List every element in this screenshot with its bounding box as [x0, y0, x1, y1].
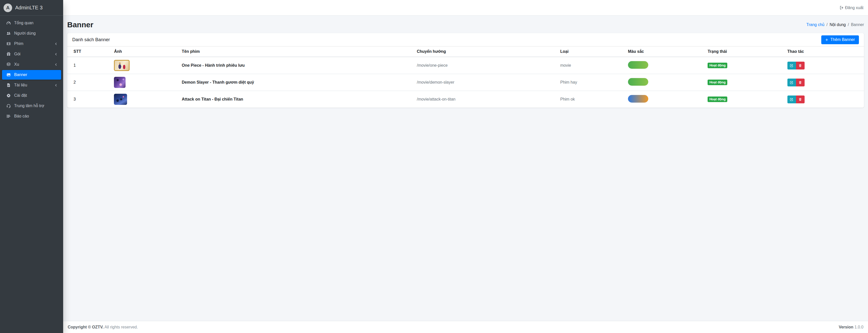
report-icon — [5, 114, 12, 119]
color-pill — [628, 61, 648, 69]
sidebar-item-label: Tổng quan — [14, 21, 58, 25]
sidebar-item-tong-quan[interactable]: Tổng quan — [2, 18, 61, 28]
sidebar-item-nguoi-dung[interactable]: Người dùng — [2, 29, 61, 38]
chevron-left-icon — [54, 63, 58, 66]
sidebar-item-label: Báo cáo — [14, 114, 58, 119]
column-header: Thao tác — [784, 47, 864, 57]
add-banner-label: Thêm Banner — [830, 37, 855, 42]
edit-icon — [790, 64, 794, 67]
table-header-row: STTẢnhTên phimChuyển hướngLoạiMàu sắcTrạ… — [67, 47, 864, 57]
sidebar-item-bao-cao[interactable]: Báo cáo — [2, 112, 61, 121]
redirect-path: /movie/attack-on-titan — [414, 91, 557, 108]
delete-button[interactable] — [796, 79, 805, 86]
color-pill — [628, 78, 648, 86]
actions-cell — [784, 57, 864, 74]
card-header: Danh sách Banner + Thêm Banner — [67, 33, 864, 47]
gear-icon — [5, 93, 12, 98]
version-value: 1.0.0 — [855, 325, 864, 329]
sidebar-item-label: Cài đặt — [14, 93, 58, 98]
column-header: Tên phim — [179, 47, 414, 57]
breadcrumb: Trang chủ/Nội dung/Banner — [806, 23, 864, 27]
breadcrumb-separator: / — [848, 23, 849, 27]
type-label: Phim ok — [557, 91, 625, 108]
sidebar-item-cai-dat[interactable]: Cài đặt — [2, 91, 61, 100]
sidebar-item-label: Người dùng — [14, 31, 58, 36]
logout-button[interactable]: Đăng xuất — [839, 5, 864, 10]
row-index: 1 — [67, 57, 111, 74]
chevron-left-icon — [54, 84, 58, 87]
movie-name: Demon Slayer - Thanh gươm diệt quỷ — [179, 74, 414, 91]
add-banner-button[interactable]: + Thêm Banner — [821, 35, 859, 44]
sidebar-item-label: Xu — [14, 62, 54, 67]
page-title: Banner — [67, 21, 93, 29]
delete-button[interactable] — [796, 62, 805, 69]
card-title: Danh sách Banner — [72, 37, 110, 42]
image-icon — [5, 72, 12, 77]
actions-cell — [784, 91, 864, 108]
edit-icon — [790, 81, 794, 84]
edit-button[interactable] — [787, 79, 796, 86]
attack-on-titan-banner-image — [114, 94, 127, 105]
one-piece-banner-image — [114, 60, 130, 71]
breadcrumb-item-3: Banner — [851, 23, 864, 27]
table-row: 1One Piece - Hành trình phiêu lưu/movie/… — [67, 57, 864, 74]
sidebar-item-tai-lieu[interactable]: Tài liệu — [2, 80, 61, 90]
sidebar-item-label: Trung tâm hỗ trợ — [14, 103, 58, 108]
sidebar: A AdminLTE 3 Tổng quanNgười dùngPhimGóiX… — [0, 0, 63, 333]
table-row: 3Attack on Titan - Đại chiến Titan/movie… — [67, 91, 864, 108]
app-wrapper: A AdminLTE 3 Tổng quanNgười dùngPhimGóiX… — [0, 0, 868, 333]
redirect-path: /movie/one-piece — [414, 57, 557, 74]
coins-icon — [5, 62, 12, 67]
sign-out-icon — [839, 5, 844, 10]
trash-icon — [798, 81, 802, 84]
sidebar-menu: Tổng quanNgười dùngPhimGóiXuBannerTài li… — [0, 16, 63, 124]
type-label: movie — [557, 57, 625, 74]
status-cell: Hoạt động — [705, 74, 784, 91]
status-cell: Hoạt động — [705, 57, 784, 74]
sidebar-item-trung-tam-ho-tro[interactable]: Trung tâm hỗ trợ — [2, 101, 61, 111]
copyright-brand: Copyright © OZTV. — [68, 325, 103, 329]
status-cell: Hoạt động — [705, 91, 784, 108]
sidebar-item-label: Tài liệu — [14, 83, 54, 87]
brand-title: AdminLTE 3 — [15, 5, 43, 10]
thumbnail-cell — [111, 57, 179, 74]
breadcrumb-item-1[interactable]: Trang chủ — [806, 23, 824, 27]
sidebar-item-label: Banner — [14, 72, 58, 77]
status-badge: Hoạt động — [708, 80, 727, 85]
top-navbar: Đăng xuất — [63, 0, 868, 16]
delete-button[interactable] — [796, 95, 805, 103]
breadcrumb-separator: / — [826, 23, 827, 27]
plus-icon: + — [825, 37, 828, 42]
chevron-left-icon — [54, 42, 58, 46]
row-actions — [787, 79, 861, 86]
color-cell — [625, 57, 705, 74]
sidebar-item-banner[interactable]: Banner — [2, 70, 61, 80]
status-badge: Hoạt động — [708, 63, 727, 68]
actions-cell — [784, 74, 864, 91]
sidebar-item-label: Phim — [14, 41, 54, 46]
edit-button[interactable] — [787, 95, 796, 103]
color-cell — [625, 74, 705, 91]
table-row: 2Demon Slayer - Thanh gươm diệt quỷ/movi… — [67, 74, 864, 91]
edit-button[interactable] — [787, 62, 796, 69]
sidebar-item-goi[interactable]: Gói — [2, 49, 61, 59]
copyright-rest: All rights reserved. — [104, 325, 138, 329]
sidebar-item-xu[interactable]: Xu — [2, 60, 61, 69]
logout-label: Đăng xuất — [845, 5, 864, 10]
thumbnail-cell — [111, 74, 179, 91]
sidebar-item-phim[interactable]: Phim — [2, 39, 61, 49]
version-label: Version — [839, 325, 854, 329]
file-icon — [5, 83, 12, 87]
footer: Copyright © OZTV. All rights reserved. V… — [63, 321, 868, 333]
gift-icon — [5, 52, 12, 56]
thumbnail-cell — [111, 91, 179, 108]
column-header: STT — [67, 47, 111, 57]
adminlte-logo-icon: A — [3, 3, 12, 12]
column-header: Trạng thái — [705, 47, 784, 57]
copyright-text: Copyright © OZTV. All rights reserved. — [68, 325, 138, 330]
brand-link[interactable]: A AdminLTE 3 — [0, 0, 63, 16]
headset-icon — [5, 103, 12, 108]
column-header: Màu sắc — [625, 47, 705, 57]
demon-slayer-banner-image — [114, 77, 126, 88]
banner-card: Danh sách Banner + Thêm Banner STTẢnhTên… — [67, 33, 864, 108]
